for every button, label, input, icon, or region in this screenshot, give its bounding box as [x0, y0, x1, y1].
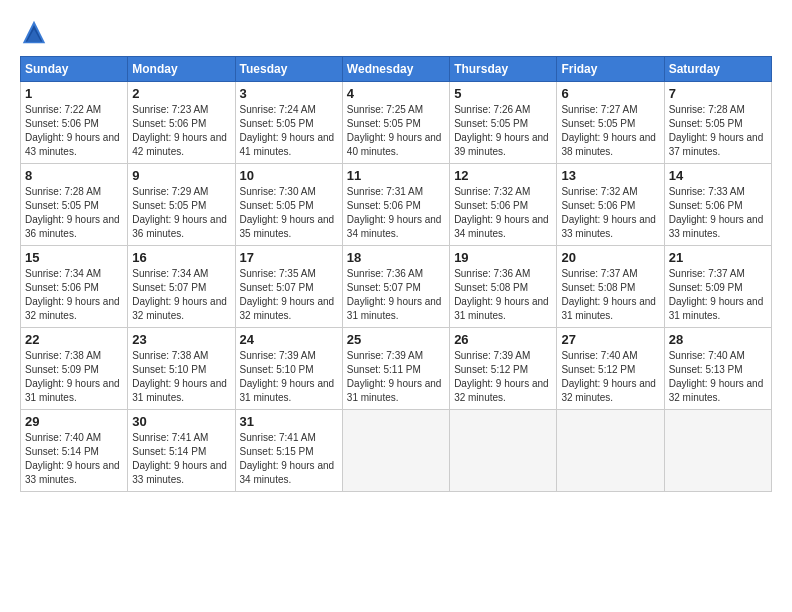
calendar-cell: 13 Sunrise: 7:32 AM Sunset: 5:06 PM Dayl…: [557, 164, 664, 246]
calendar-cell: 14 Sunrise: 7:33 AM Sunset: 5:06 PM Dayl…: [664, 164, 771, 246]
day-number: 5: [454, 86, 552, 101]
day-info: Sunrise: 7:22 AM Sunset: 5:06 PM Dayligh…: [25, 103, 123, 159]
day-number: 19: [454, 250, 552, 265]
day-info: Sunrise: 7:36 AM Sunset: 5:08 PM Dayligh…: [454, 267, 552, 323]
day-number: 11: [347, 168, 445, 183]
sunrise-text: Sunrise: 7:29 AM: [132, 186, 208, 197]
calendar-cell: 26 Sunrise: 7:39 AM Sunset: 5:12 PM Dayl…: [450, 328, 557, 410]
day-info: Sunrise: 7:40 AM Sunset: 5:14 PM Dayligh…: [25, 431, 123, 487]
daylight-text: Daylight: 9 hours and 36 minutes.: [25, 214, 120, 239]
calendar-cell: 5 Sunrise: 7:26 AM Sunset: 5:05 PM Dayli…: [450, 82, 557, 164]
calendar-cell: 27 Sunrise: 7:40 AM Sunset: 5:12 PM Dayl…: [557, 328, 664, 410]
col-sunday: Sunday: [21, 57, 128, 82]
sunset-text: Sunset: 5:06 PM: [25, 118, 99, 129]
sunrise-text: Sunrise: 7:36 AM: [454, 268, 530, 279]
calendar-cell: [664, 410, 771, 492]
sunset-text: Sunset: 5:14 PM: [25, 446, 99, 457]
calendar-cell: 31 Sunrise: 7:41 AM Sunset: 5:15 PM Dayl…: [235, 410, 342, 492]
sunset-text: Sunset: 5:11 PM: [347, 364, 421, 375]
day-number: 21: [669, 250, 767, 265]
logo-icon: [20, 18, 48, 46]
daylight-text: Daylight: 9 hours and 39 minutes.: [454, 132, 549, 157]
calendar-cell: 19 Sunrise: 7:36 AM Sunset: 5:08 PM Dayl…: [450, 246, 557, 328]
day-number: 18: [347, 250, 445, 265]
sunset-text: Sunset: 5:05 PM: [132, 200, 206, 211]
sunrise-text: Sunrise: 7:30 AM: [240, 186, 316, 197]
sunset-text: Sunset: 5:10 PM: [240, 364, 314, 375]
day-info: Sunrise: 7:35 AM Sunset: 5:07 PM Dayligh…: [240, 267, 338, 323]
daylight-text: Daylight: 9 hours and 31 minutes.: [454, 296, 549, 321]
sunset-text: Sunset: 5:05 PM: [669, 118, 743, 129]
sunrise-text: Sunrise: 7:41 AM: [132, 432, 208, 443]
sunset-text: Sunset: 5:13 PM: [669, 364, 743, 375]
day-info: Sunrise: 7:39 AM Sunset: 5:12 PM Dayligh…: [454, 349, 552, 405]
sunrise-text: Sunrise: 7:31 AM: [347, 186, 423, 197]
daylight-text: Daylight: 9 hours and 31 minutes.: [25, 378, 120, 403]
calendar-cell: 6 Sunrise: 7:27 AM Sunset: 5:05 PM Dayli…: [557, 82, 664, 164]
daylight-text: Daylight: 9 hours and 31 minutes.: [347, 378, 442, 403]
day-info: Sunrise: 7:26 AM Sunset: 5:05 PM Dayligh…: [454, 103, 552, 159]
sunrise-text: Sunrise: 7:37 AM: [561, 268, 637, 279]
day-number: 10: [240, 168, 338, 183]
day-number: 12: [454, 168, 552, 183]
day-info: Sunrise: 7:34 AM Sunset: 5:06 PM Dayligh…: [25, 267, 123, 323]
daylight-text: Daylight: 9 hours and 32 minutes.: [561, 378, 656, 403]
col-wednesday: Wednesday: [342, 57, 449, 82]
day-info: Sunrise: 7:34 AM Sunset: 5:07 PM Dayligh…: [132, 267, 230, 323]
sunrise-text: Sunrise: 7:27 AM: [561, 104, 637, 115]
sunset-text: Sunset: 5:09 PM: [25, 364, 99, 375]
day-number: 7: [669, 86, 767, 101]
day-number: 14: [669, 168, 767, 183]
sunrise-text: Sunrise: 7:35 AM: [240, 268, 316, 279]
day-info: Sunrise: 7:39 AM Sunset: 5:10 PM Dayligh…: [240, 349, 338, 405]
calendar-cell: 23 Sunrise: 7:38 AM Sunset: 5:10 PM Dayl…: [128, 328, 235, 410]
day-number: 28: [669, 332, 767, 347]
day-info: Sunrise: 7:28 AM Sunset: 5:05 PM Dayligh…: [669, 103, 767, 159]
sunset-text: Sunset: 5:14 PM: [132, 446, 206, 457]
day-info: Sunrise: 7:41 AM Sunset: 5:14 PM Dayligh…: [132, 431, 230, 487]
day-info: Sunrise: 7:39 AM Sunset: 5:11 PM Dayligh…: [347, 349, 445, 405]
daylight-text: Daylight: 9 hours and 35 minutes.: [240, 214, 335, 239]
calendar-cell: 11 Sunrise: 7:31 AM Sunset: 5:06 PM Dayl…: [342, 164, 449, 246]
sunset-text: Sunset: 5:06 PM: [25, 282, 99, 293]
day-info: Sunrise: 7:40 AM Sunset: 5:13 PM Dayligh…: [669, 349, 767, 405]
calendar-cell: 21 Sunrise: 7:37 AM Sunset: 5:09 PM Dayl…: [664, 246, 771, 328]
day-info: Sunrise: 7:32 AM Sunset: 5:06 PM Dayligh…: [561, 185, 659, 241]
daylight-text: Daylight: 9 hours and 43 minutes.: [25, 132, 120, 157]
calendar-cell: 2 Sunrise: 7:23 AM Sunset: 5:06 PM Dayli…: [128, 82, 235, 164]
calendar-cell: [450, 410, 557, 492]
day-number: 27: [561, 332, 659, 347]
calendar-cell: 15 Sunrise: 7:34 AM Sunset: 5:06 PM Dayl…: [21, 246, 128, 328]
daylight-text: Daylight: 9 hours and 31 minutes.: [561, 296, 656, 321]
page: Sunday Monday Tuesday Wednesday Thursday…: [0, 0, 792, 502]
day-info: Sunrise: 7:31 AM Sunset: 5:06 PM Dayligh…: [347, 185, 445, 241]
day-number: 30: [132, 414, 230, 429]
day-number: 29: [25, 414, 123, 429]
calendar-cell: 4 Sunrise: 7:25 AM Sunset: 5:05 PM Dayli…: [342, 82, 449, 164]
daylight-text: Daylight: 9 hours and 34 minutes.: [347, 214, 442, 239]
daylight-text: Daylight: 9 hours and 40 minutes.: [347, 132, 442, 157]
calendar-cell: 7 Sunrise: 7:28 AM Sunset: 5:05 PM Dayli…: [664, 82, 771, 164]
daylight-text: Daylight: 9 hours and 33 minutes.: [561, 214, 656, 239]
sunrise-text: Sunrise: 7:39 AM: [454, 350, 530, 361]
calendar-cell: 16 Sunrise: 7:34 AM Sunset: 5:07 PM Dayl…: [128, 246, 235, 328]
calendar-cell: 10 Sunrise: 7:30 AM Sunset: 5:05 PM Dayl…: [235, 164, 342, 246]
calendar-cell: 8 Sunrise: 7:28 AM Sunset: 5:05 PM Dayli…: [21, 164, 128, 246]
col-friday: Friday: [557, 57, 664, 82]
daylight-text: Daylight: 9 hours and 32 minutes.: [132, 296, 227, 321]
sunset-text: Sunset: 5:12 PM: [561, 364, 635, 375]
logo: [20, 18, 52, 46]
sunset-text: Sunset: 5:12 PM: [454, 364, 528, 375]
daylight-text: Daylight: 9 hours and 33 minutes.: [25, 460, 120, 485]
daylight-text: Daylight: 9 hours and 34 minutes.: [240, 460, 335, 485]
day-info: Sunrise: 7:28 AM Sunset: 5:05 PM Dayligh…: [25, 185, 123, 241]
day-number: 17: [240, 250, 338, 265]
sunset-text: Sunset: 5:08 PM: [561, 282, 635, 293]
day-number: 4: [347, 86, 445, 101]
calendar-cell: 9 Sunrise: 7:29 AM Sunset: 5:05 PM Dayli…: [128, 164, 235, 246]
daylight-text: Daylight: 9 hours and 33 minutes.: [132, 460, 227, 485]
calendar-cell: 1 Sunrise: 7:22 AM Sunset: 5:06 PM Dayli…: [21, 82, 128, 164]
sunset-text: Sunset: 5:05 PM: [561, 118, 635, 129]
sunset-text: Sunset: 5:05 PM: [347, 118, 421, 129]
week-row-4: 29 Sunrise: 7:40 AM Sunset: 5:14 PM Dayl…: [21, 410, 772, 492]
